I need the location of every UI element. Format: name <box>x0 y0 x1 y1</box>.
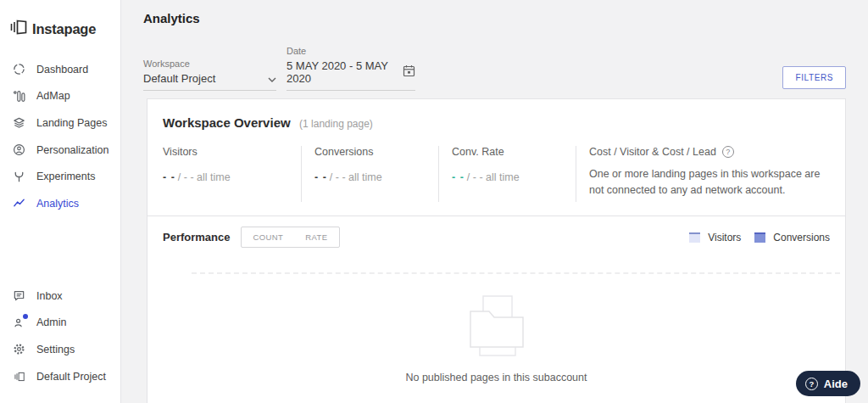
main-content: Analytics Workspace Default Project Date… <box>122 0 868 403</box>
instapage-logo[interactable]: Instapage <box>0 0 120 40</box>
sidebar-item-inbox[interactable]: Inbox <box>0 283 120 310</box>
inbox-chat-icon <box>12 288 26 303</box>
legend-conversions[interactable]: Conversions <box>754 232 830 243</box>
performance-header: Performance COUNT RATE Visitors Conversi… <box>147 216 845 257</box>
sidebar-item-label: Personalization <box>36 144 108 156</box>
conversions-swatch-icon <box>754 232 765 243</box>
performance-chart: No published pages in this subaccount 0 … <box>147 257 845 403</box>
sidebar-item-label: Experiments <box>36 171 95 182</box>
filters-button[interactable]: FILTERS <box>782 66 846 89</box>
dashed-gridline <box>192 272 840 274</box>
person-circle-icon <box>12 143 26 157</box>
overview-subtitle: (1 landing page) <box>299 118 373 130</box>
question-mark-icon: ? <box>805 378 818 390</box>
sidebar-item-settings[interactable]: Settings <box>0 336 120 363</box>
stat-value: - -/ - - all time <box>452 171 576 183</box>
sidebar-item-admap[interactable]: AdMap <box>0 83 120 110</box>
sidebar-item-dashboard[interactable]: Dashboard <box>0 56 120 83</box>
date-label: Date <box>287 46 415 56</box>
sidebar-item-label: AdMap <box>36 90 70 102</box>
sidebar-item-label: Analytics <box>36 198 79 210</box>
empty-folder-icon <box>466 294 527 359</box>
sidebar-item-analytics[interactable]: Analytics <box>0 190 120 217</box>
stat-label: Conversions <box>314 146 438 158</box>
date-range-value: 5 MAY 2020 - 5 MAY 2020 <box>287 59 403 85</box>
overview-title: Workspace Overview <box>163 115 291 130</box>
workspace-value: Default Project <box>143 72 215 85</box>
admap-icon <box>12 89 26 104</box>
help-button[interactable]: ? Aide <box>796 371 860 396</box>
stat-value: - -/ - - all time <box>163 171 301 183</box>
stat-cost: Cost / Visitor & Cost / Lead ? One or mo… <box>576 146 830 202</box>
gear-icon <box>12 342 26 356</box>
chart-legend: Visitors Conversions <box>689 232 830 243</box>
empty-state-message: No published pages in this subaccount <box>147 372 845 383</box>
count-toggle-button[interactable]: COUNT <box>242 227 294 247</box>
stat-value: - -/ - - all time <box>314 171 438 183</box>
dashboard-icon <box>12 62 26 76</box>
chevron-down-icon <box>268 72 276 85</box>
sidebar-item-label: Inbox <box>36 290 63 302</box>
sidebar: Instapage Dashboard AdMap Landing Pages <box>0 0 121 403</box>
stat-visitors: Visitors - -/ - - all time <box>163 146 301 202</box>
sidebar-item-landing-pages[interactable]: Landing Pages <box>0 109 120 137</box>
overview-header: Workspace Overview (1 landing page) <box>163 115 830 131</box>
sidebar-item-label: Landing Pages <box>36 117 107 129</box>
sidebar-item-label: Admin <box>36 316 66 328</box>
stat-conversions: Conversions - -/ - - all time <box>301 146 438 202</box>
page-title: Analytics <box>122 0 868 25</box>
performance-title: Performance <box>163 231 230 243</box>
cost-warning-message: One or more landing pages in this worksp… <box>589 166 830 199</box>
workspace-label: Workspace <box>143 59 276 69</box>
filter-controls: Workspace Default Project Date 5 MAY 202… <box>122 46 868 91</box>
empty-state: No published pages in this subaccount <box>147 294 845 383</box>
cost-label: Cost / Visitor & Cost / Lead <box>589 146 716 158</box>
instapage-logo-text: Instapage <box>32 21 96 37</box>
workspace-overview-section: Workspace Overview (1 landing page) Visi… <box>147 99 845 215</box>
sidebar-item-admin[interactable]: Admin <box>0 310 120 337</box>
sidebar-nav-bottom: Inbox Admin Settings <box>0 283 120 389</box>
legend-label: Conversions <box>773 232 830 243</box>
rate-toggle-button[interactable]: RATE <box>294 227 338 247</box>
stat-label: Conv. Rate <box>452 146 576 158</box>
layers-icon <box>12 115 26 130</box>
date-range-picker[interactable]: 5 MAY 2020 - 5 MAY 2020 <box>287 59 415 91</box>
workspace-dropdown[interactable]: Default Project <box>143 72 276 91</box>
sidebar-item-label: Settings <box>36 344 75 355</box>
help-tooltip-icon[interactable]: ? <box>722 146 734 158</box>
project-pages-icon <box>12 369 26 383</box>
overview-stats-row: Visitors - -/ - - all time Conversions -… <box>163 146 830 202</box>
help-button-label: Aide <box>824 378 848 390</box>
legend-visitors[interactable]: Visitors <box>689 232 741 243</box>
stat-label: Visitors <box>163 146 301 158</box>
visitors-swatch-icon <box>689 232 700 243</box>
legend-label: Visitors <box>708 232 741 243</box>
sidebar-item-experiments[interactable]: Experiments <box>0 163 120 190</box>
notification-dot <box>23 314 28 319</box>
calendar-icon <box>403 64 415 80</box>
sidebar-nav-main: Dashboard AdMap Landing Pages <box>0 56 120 217</box>
chart-line-icon <box>12 196 26 210</box>
sidebar-item-personalization[interactable]: Personalization <box>0 137 120 164</box>
analytics-card: Workspace Overview (1 landing page) Visi… <box>147 98 846 403</box>
instapage-logo-icon <box>9 18 28 40</box>
sidebar-item-label: Default Project <box>36 371 106 383</box>
sidebar-item-default-project[interactable]: Default Project <box>0 363 120 390</box>
admin-person-icon <box>12 316 26 330</box>
sidebar-item-label: Dashboard <box>36 64 88 76</box>
split-branch-icon <box>12 170 26 184</box>
count-rate-toggle: COUNT RATE <box>241 227 339 248</box>
workspace-select: Workspace Default Project <box>143 59 276 91</box>
date-range-select: Date 5 MAY 2020 - 5 MAY 2020 <box>287 46 415 91</box>
stat-conv-rate: Conv. Rate - -/ - - all time <box>438 146 576 202</box>
